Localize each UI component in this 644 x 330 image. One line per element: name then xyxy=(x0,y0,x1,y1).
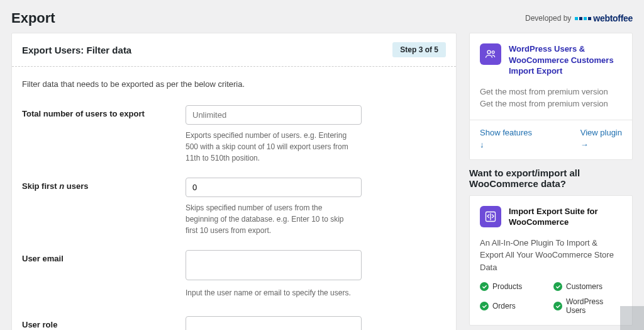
promo-card-suite: Import Export Suite for WooCommerce An A… xyxy=(469,195,633,326)
feature-item: Orders xyxy=(480,297,548,315)
skip-users-input[interactable] xyxy=(186,178,362,197)
svg-point-1 xyxy=(492,51,494,54)
user-email-label: User email xyxy=(22,250,186,265)
promo1-desc: Get the most from premium version Get th… xyxy=(480,86,622,110)
promo-card-premium: WordPress Users & WooCommerce Customers … xyxy=(469,33,633,160)
show-features-link[interactable]: Show features ↓ xyxy=(480,128,532,149)
total-users-label: Total number of users to export xyxy=(22,105,186,120)
check-icon xyxy=(480,302,489,310)
promo1-title: WordPress Users & WooCommerce Customers … xyxy=(509,43,622,77)
panel-intro: Filter data that needs to be exported as… xyxy=(22,79,446,89)
total-users-input[interactable] xyxy=(186,105,362,125)
user-role-label: User role xyxy=(22,316,186,330)
import-export-icon xyxy=(480,206,501,227)
export-panel: Export Users: Filter data Step 3 of 5 Fi… xyxy=(11,33,457,330)
user-email-help: Input the user name or email to specify … xyxy=(186,287,355,299)
arrow-down-icon: ↓ xyxy=(480,140,532,149)
page-title: Export xyxy=(11,10,55,26)
feature-item: Customers xyxy=(553,282,622,291)
view-plugin-link[interactable]: View plugin → xyxy=(580,128,622,149)
promo2-title: Import Export Suite for WooCommerce xyxy=(509,206,622,228)
check-icon xyxy=(480,282,489,291)
skip-users-help: Skips specified number of users from the… xyxy=(186,202,355,236)
logo-dots-icon xyxy=(575,17,591,20)
feature-item: Products xyxy=(480,282,548,291)
promo2-desc: An All-In-One Plugin To Import & Export … xyxy=(480,237,622,274)
svg-point-0 xyxy=(487,50,491,54)
total-users-help: Exports specified number of users. e.g. … xyxy=(186,130,355,164)
step-badge: Step 3 of 5 xyxy=(392,42,446,57)
scroll-stub xyxy=(620,306,644,330)
panel-title: Export Users: Filter data xyxy=(22,45,131,55)
skip-users-label: Skip first n users xyxy=(22,178,186,192)
webtoffee-logo: webtoffee xyxy=(575,13,633,23)
user-role-input[interactable] xyxy=(186,316,362,330)
developed-by: Developed by webtoffee xyxy=(525,13,633,23)
check-icon xyxy=(553,302,562,310)
arrow-right-icon: → xyxy=(580,140,622,149)
check-icon xyxy=(553,282,562,291)
sidebar-heading: Want to export/import all WooCommerce da… xyxy=(469,160,633,195)
user-email-input[interactable] xyxy=(186,250,362,280)
feature-item: WordPress Users xyxy=(553,297,622,315)
users-plugin-icon xyxy=(480,43,501,65)
